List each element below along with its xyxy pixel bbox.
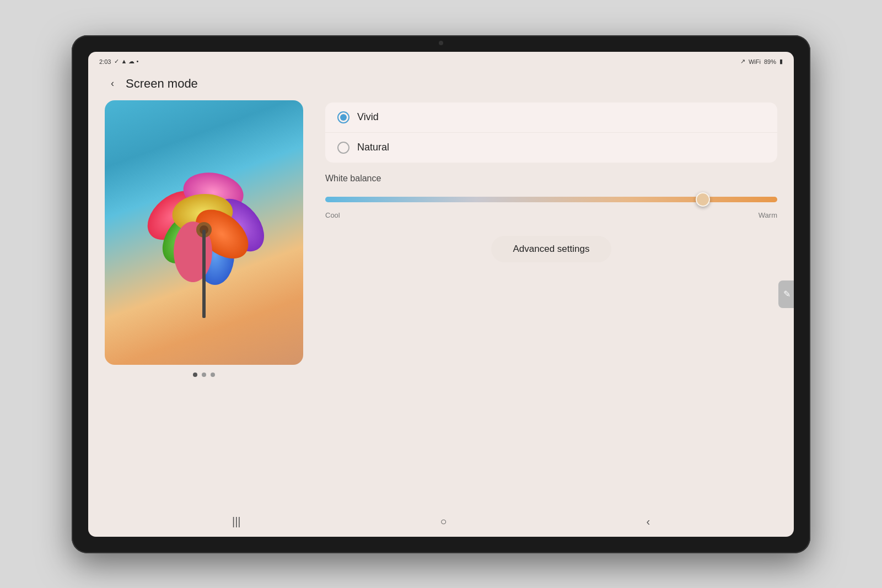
pinwheel-container: [105, 100, 303, 365]
vivid-option[interactable]: Vivid: [325, 103, 777, 133]
dot-3: [211, 373, 215, 377]
wb-title: White balance: [325, 174, 777, 184]
back-nav-icon: ‹: [646, 515, 650, 528]
status-time: 2:03: [99, 58, 111, 65]
wifi-icon: WiFi: [749, 58, 761, 65]
bottom-nav: ||| ○ ‹: [88, 506, 794, 537]
home-icon: ○: [440, 515, 447, 528]
advanced-settings-button[interactable]: Advanced settings: [491, 236, 612, 262]
dot-2: [202, 373, 206, 377]
wb-thumb[interactable]: [696, 192, 710, 207]
status-right: ↗ WiFi 89% ▮: [740, 58, 783, 65]
edge-arrow[interactable]: ✎: [778, 280, 794, 308]
natural-radio[interactable]: [337, 142, 349, 154]
page-title: Screen mode: [126, 77, 198, 91]
wb-slider-container[interactable]: [325, 191, 777, 208]
wb-labels: Cool Warm: [325, 211, 777, 219]
main-content: ‹ Screen mode: [88, 72, 794, 506]
recent-apps-icon: |||: [232, 515, 241, 528]
back-nav-button[interactable]: ‹: [646, 515, 650, 528]
wb-cool-label: Cool: [325, 211, 340, 219]
natural-option[interactable]: Natural: [325, 133, 777, 163]
tablet-screen: 2:03 ✓ ▲ ☁ • ↗ WiFi 89% ▮ ‹ Screen mode: [88, 52, 794, 537]
dot-1: [193, 373, 197, 377]
recent-apps-button[interactable]: |||: [232, 515, 241, 528]
signal-icon: ↗: [740, 58, 745, 65]
vivid-label: Vivid: [357, 111, 379, 123]
back-icon: ‹: [111, 78, 114, 89]
edge-arrow-icon: ✎: [783, 289, 790, 299]
status-bar: 2:03 ✓ ▲ ☁ • ↗ WiFi 89% ▮: [88, 52, 794, 72]
content-row: Vivid Natural White balance: [105, 100, 777, 506]
preview-image: [105, 100, 303, 365]
preview-area: [105, 100, 303, 501]
pinwheel-svg: [127, 128, 281, 337]
camera-notch: [439, 41, 443, 45]
natural-label: Natural: [357, 142, 389, 153]
wb-track[interactable]: [325, 197, 777, 202]
battery-icon: ▮: [779, 58, 783, 65]
mode-options-card: Vivid Natural: [325, 103, 777, 163]
back-button[interactable]: ‹: [105, 76, 120, 91]
battery-text: 89%: [764, 58, 776, 65]
wb-warm-label: Warm: [759, 211, 777, 219]
vivid-radio[interactable]: [337, 111, 349, 123]
svg-rect-10: [202, 230, 206, 318]
page-dots: [193, 373, 215, 377]
status-left: 2:03 ✓ ▲ ☁ •: [99, 58, 138, 65]
white-balance-section: White balance Cool Warm: [325, 169, 777, 224]
settings-panel: Vivid Natural White balance: [325, 100, 777, 501]
page-header: ‹ Screen mode: [105, 72, 777, 100]
status-icons: ✓ ▲ ☁ •: [114, 58, 138, 65]
tablet-device: 2:03 ✓ ▲ ☁ • ↗ WiFi 89% ▮ ‹ Screen mode: [72, 35, 810, 553]
home-button[interactable]: ○: [440, 515, 447, 528]
